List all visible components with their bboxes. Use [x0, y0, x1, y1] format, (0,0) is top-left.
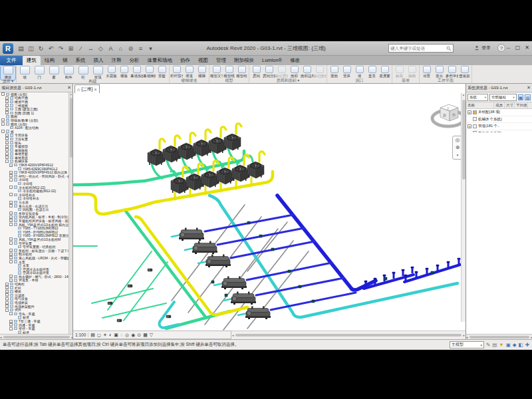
tree-expander[interactable]: +: [9, 201, 13, 204]
column-settings-icon[interactable]: ▥: [525, 94, 531, 100]
reveal-hidden-elements-icon[interactable]: ◉: [131, 331, 135, 339]
tree-expander[interactable]: +: [5, 286, 9, 289]
tree-expander[interactable]: +: [5, 137, 9, 140]
select-links-icon[interactable]: ▣: [506, 341, 511, 348]
ribbon-tab[interactable]: 协作: [176, 56, 194, 65]
ribbon-panel-label[interactable]: 房间和面积 ▾: [250, 78, 326, 83]
tree-expander[interactable]: +: [5, 100, 9, 103]
ribbon-button[interactable]: 老虎窗: [378, 66, 391, 78]
navbar-chevron-icon[interactable]: ▾: [457, 152, 459, 158]
ribbon-panel-label[interactable]: 基准: [393, 78, 418, 83]
ribbon-button[interactable]: 栏杆扶手: [170, 66, 183, 78]
ribbon-tab[interactable]: 系统: [72, 56, 90, 65]
tree-expander[interactable]: +: [1, 118, 5, 122]
tree-expander[interactable]: +: [5, 283, 9, 286]
ribbon-tab[interactable]: 修改: [286, 56, 304, 65]
ribbon-button[interactable]: 房间分隔: [263, 66, 275, 78]
column-header[interactable]: 成员: [494, 102, 505, 108]
tree-expander[interactable]: +: [5, 108, 9, 111]
tree-expander[interactable]: +: [5, 301, 9, 305]
ribbon-panel-label[interactable]: 楼梯坡道: [170, 78, 208, 83]
tree-expander[interactable]: -: [9, 327, 13, 331]
ribbon-button[interactable]: 垂直: [366, 66, 378, 78]
show-crop-region-icon[interactable]: ◌: [120, 331, 123, 339]
ribbon-button[interactable]: 标高: [393, 66, 406, 78]
tree-expander[interactable]: +: [5, 297, 9, 301]
tree-expander[interactable]: +: [9, 171, 13, 174]
maximize-button[interactable]: ▢: [514, 43, 521, 52]
close-button[interactable]: ✕: [523, 43, 531, 52]
ribbon-button[interactable]: 构件: [61, 66, 76, 80]
canvas-hscrollbar[interactable]: ◂▸: [231, 331, 466, 339]
tree-expander[interactable]: -: [9, 178, 13, 182]
ribbon-tab[interactable]: 结构: [41, 56, 59, 65]
ribbon-button[interactable]: 窗: [47, 66, 61, 80]
ribbon-button[interactable]: 柱: [76, 66, 90, 80]
ribbon-tab[interactable]: 注释: [108, 56, 126, 65]
ribbon-button[interactable]: 幕墙系统: [130, 66, 143, 78]
system-row[interactable]: 机械(8 个系统): [466, 116, 532, 124]
ribbon-button[interactable]: 标记面积: [313, 66, 326, 78]
tree-expander[interactable]: +: [5, 290, 9, 293]
ribbon-tab[interactable]: Lumion®: [258, 56, 286, 65]
tree-expander[interactable]: -: [9, 193, 13, 196]
system-row[interactable]: + 管道(181 个..: [466, 123, 532, 130]
ribbon-tab[interactable]: 体量和场地: [144, 56, 177, 65]
view-tab[interactable]: ⌂ {三维} ×: [74, 84, 100, 93]
tree-expander[interactable]: +: [9, 249, 13, 252]
close-icon[interactable]: ✕: [67, 85, 71, 90]
ribbon-button[interactable]: 轴网: [406, 66, 418, 78]
ribbon-button[interactable]: 幕墙网格: [143, 66, 156, 78]
ribbon-button[interactable]: 模型文字: [210, 66, 223, 78]
ribbon-button[interactable]: 模型组: [235, 66, 248, 78]
ribbon-tab[interactable]: 插入: [90, 56, 108, 65]
ribbon-button[interactable]: 按面: [328, 66, 340, 78]
tree-expander[interactable]: -: [9, 241, 13, 245]
select-pinned-icon[interactable]: ◆: [513, 341, 517, 348]
tree-expander[interactable]: +: [9, 164, 13, 167]
filter-icon[interactable]: ▼: [499, 341, 503, 348]
ribbon-button[interactable]: 天花板: [105, 66, 118, 78]
project-browser-hscrollbar[interactable]: ◂▸: [0, 334, 73, 339]
close-icon[interactable]: ✕: [527, 85, 531, 90]
shadows-icon[interactable]: ◐: [109, 331, 112, 339]
ribbon-button[interactable]: 面积: [288, 66, 301, 78]
tree-expander[interactable]: +: [9, 237, 13, 241]
drawing-area[interactable]: 上 前 右 ⌂ {三维} × ◎ ⊕ ▾ ▴: [73, 84, 466, 339]
tree-expander[interactable]: -: [5, 160, 9, 163]
tree-expander[interactable]: -: [9, 223, 13, 226]
search-box[interactable]: [388, 44, 454, 53]
ribbon-button[interactable]: 修改: [1, 66, 15, 80]
tree-expander[interactable]: +: [9, 211, 13, 215]
ribbon-button[interactable]: 标记房间: [275, 66, 288, 78]
tree-expander[interactable]: -: [1, 130, 5, 133]
tree-expander[interactable]: +: [9, 323, 13, 327]
canvas-vscrollbar[interactable]: ▴: [461, 93, 466, 322]
tree-item[interactable]: + 离心风机箱 - LROM - 片式 - 带螺旋 - 100-175-Ch: [0, 256, 68, 260]
show-constraints-icon[interactable]: ▽: [150, 331, 153, 339]
tree-expander[interactable]: +: [5, 96, 9, 100]
tree-expander[interactable]: +: [5, 141, 9, 144]
ribbon-tab[interactable]: 分析: [126, 56, 144, 65]
tree-expander[interactable]: +: [9, 215, 13, 219]
zoom-icon[interactable]: ⊕: [456, 145, 460, 150]
ribbon-tab[interactable]: 建筑: [23, 56, 41, 65]
ribbon-button[interactable]: 楼梯: [196, 66, 208, 78]
ribbon-button[interactable]: 坡道: [183, 66, 196, 78]
worksets-icon[interactable]: ▤: [492, 341, 497, 348]
close-view-icon[interactable]: ×: [94, 87, 97, 92]
ribbon-button[interactable]: 查看器: [458, 66, 471, 78]
drag-on-selection-icon[interactable]: ✚: [525, 341, 529, 348]
sun-path-icon[interactable]: ☀: [103, 331, 107, 339]
ribbon-tab[interactable]: 附加模块: [230, 56, 258, 65]
ribbon-button[interactable]: 参照平面: [446, 66, 458, 78]
tree-expander[interactable]: +: [9, 256, 13, 259]
tree-expander[interactable]: -: [1, 122, 5, 126]
ribbon-tab[interactable]: 管理: [212, 56, 230, 65]
visual-style-icon[interactable]: ◻: [97, 331, 101, 339]
select-by-face-icon[interactable]: ◧: [519, 341, 523, 348]
file-tab[interactable]: 文件: [0, 56, 23, 65]
tree-item[interactable]: + 风机_Y9K盘管式G3水机组M: [0, 237, 68, 241]
tree-expander[interactable]: +: [9, 219, 13, 222]
column-header[interactable]: 下列值: [515, 102, 528, 108]
